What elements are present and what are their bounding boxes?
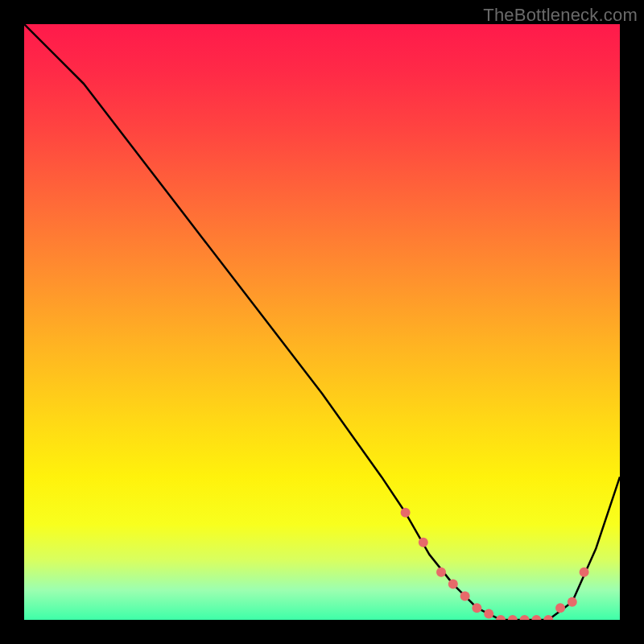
curve-path [24,24,620,620]
marker-points [401,508,589,620]
marker-dot [568,597,577,607]
marker-dot [436,568,446,577]
marker-dot [448,580,458,589]
marker-dot [496,615,506,620]
marker-dot [508,615,518,620]
chart-overlay [24,24,620,620]
marker-dot [580,568,589,577]
marker-dot [472,603,481,613]
watermark-text: TheBottleneck.com [483,5,638,26]
marker-dot [555,603,565,613]
marker-dot [460,591,470,601]
chart-container: TheBottleneck.com [0,0,644,644]
marker-dot [419,538,428,547]
curve-line [24,24,620,620]
plot-area [24,24,620,620]
marker-dot [531,615,541,620]
marker-dot [401,508,411,518]
marker-dot [484,609,493,619]
marker-dot [543,615,553,620]
marker-dot [520,615,530,620]
